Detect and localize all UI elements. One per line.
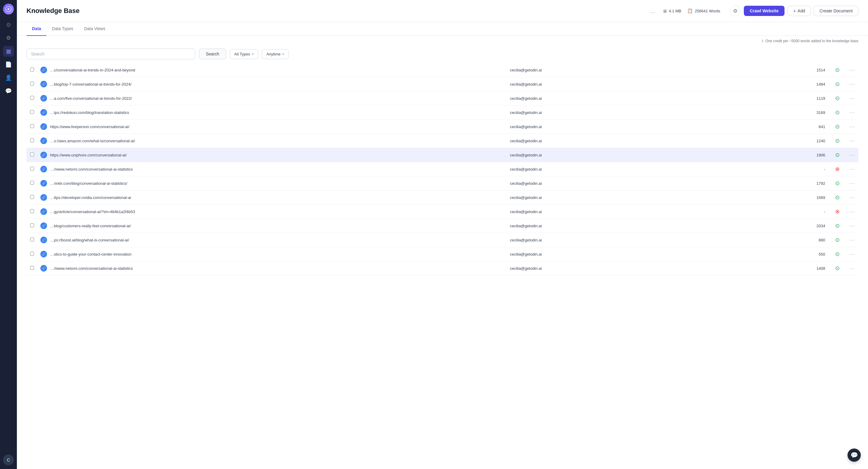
row-status-cell: ⊙ (828, 134, 846, 148)
status-ok-icon: ⊙ (835, 124, 840, 130)
search-button[interactable]: Search (199, 49, 226, 59)
row-checkbox[interactable] (30, 195, 34, 199)
row-email-cell: cecilia@getodin.ai (507, 63, 730, 77)
row-menu-button[interactable]: ··· (849, 138, 855, 144)
row-checkbox-cell (27, 63, 37, 77)
row-words-cell: 3169 (730, 105, 828, 120)
row-email-cell: cecilia@getodin.ai (507, 176, 730, 190)
row-menu-button[interactable]: ··· (849, 194, 855, 201)
sidebar-item-gear[interactable]: C (3, 455, 14, 465)
table-row: 🔗 …//www.netomi.com/conversational-ai-st… (27, 162, 858, 176)
add-label: Add (798, 8, 805, 13)
row-checkbox[interactable] (30, 167, 34, 170)
url-text: …blog/customers-really-feel-conversation… (50, 224, 131, 228)
row-words-cell: 880 (730, 233, 828, 247)
row-checkbox-cell (27, 190, 37, 205)
row-checkbox-cell (27, 247, 37, 261)
url-text: …//www.netomi.com/conversational-ai-stat… (50, 266, 133, 271)
row-menu-button[interactable]: ··· (849, 124, 855, 130)
row-email-cell: cecilia@getodin.ai (507, 233, 730, 247)
row-checkbox[interactable] (30, 82, 34, 86)
tab-data-types[interactable]: Data Types (46, 22, 79, 36)
row-menu-button[interactable]: ··· (849, 152, 855, 158)
row-menu-button[interactable]: ··· (849, 110, 855, 116)
table-row: 🔗 …a.com/five-conversational-ai-trends-f… (27, 91, 858, 105)
url-icon: 🔗 (40, 137, 47, 144)
row-url-cell: 🔗 …stics-to-guide-your-contact-center-in… (37, 247, 507, 261)
row-checkbox[interactable] (30, 223, 34, 227)
row-actions-cell: ··· (846, 91, 858, 105)
row-status-cell: ⊙ (828, 247, 846, 261)
tab-data[interactable]: Data (27, 22, 46, 36)
row-checkbox[interactable] (30, 153, 34, 156)
search-input[interactable] (27, 49, 195, 59)
row-menu-button[interactable]: ··· (849, 166, 855, 173)
row-checkbox[interactable] (30, 252, 34, 256)
row-checkbox[interactable] (30, 238, 34, 242)
row-words-cell: 1569 (730, 190, 828, 205)
row-status-cell: ⊙ (828, 91, 846, 105)
row-email-cell: cecilia@getodin.ai (507, 134, 730, 148)
chat-bubble[interactable]: 💬 (847, 448, 861, 462)
row-menu-button[interactable]: ··· (849, 81, 855, 87)
row-words-cell: 1792 (730, 176, 828, 190)
table-row: 🔗 …stics-to-guide-your-contact-center-in… (27, 247, 858, 261)
status-ok-icon: ⊙ (835, 67, 840, 73)
row-actions-cell: ··· (846, 233, 858, 247)
url-icon: 🔗 (40, 109, 47, 116)
row-menu-button[interactable]: ··· (849, 265, 855, 272)
status-ok-icon: ⊙ (835, 180, 840, 186)
row-checkbox[interactable] (30, 110, 34, 114)
plus-icon: + (793, 8, 796, 13)
row-checkbox[interactable] (30, 209, 34, 213)
url-icon: 🔗 (40, 222, 47, 229)
sidebar-item-home[interactable]: ⊙ (3, 19, 14, 30)
status-err-icon: ⊗ (835, 166, 840, 172)
status-ok-icon: ⊙ (835, 194, 840, 200)
row-menu-button[interactable]: ··· (849, 237, 855, 243)
row-url-cell: 🔗 …rinklr.com/blog/conversational-ai-sta… (37, 176, 507, 190)
row-words-cell: 1514 (730, 63, 828, 77)
row-actions-cell: ··· (846, 190, 858, 205)
table-row: 🔗 https://www.uniphore.com/conversationa… (27, 148, 858, 162)
sidebar-logo[interactable] (3, 4, 14, 14)
row-actions-cell: ··· (846, 219, 858, 233)
row-checkbox[interactable] (30, 181, 34, 185)
row-menu-button[interactable]: ··· (849, 95, 855, 101)
sidebar-item-settings[interactable]: ⚙ (3, 33, 14, 43)
sidebar-item-documents[interactable]: 📄 (3, 59, 14, 70)
more-options-icon[interactable]: ... (650, 7, 655, 14)
crawl-website-button[interactable]: Crawl Website (744, 6, 784, 16)
filter-anytime[interactable]: Anytime ▾ (262, 49, 289, 59)
row-checkbox[interactable] (30, 138, 34, 142)
row-checkbox[interactable] (30, 96, 34, 100)
create-document-button[interactable]: Create Document (814, 6, 858, 16)
sidebar-item-data[interactable]: ▦ (3, 46, 14, 57)
filter-all-types[interactable]: All Types ▾ (230, 49, 258, 59)
url-icon: 🔗 (40, 237, 47, 243)
row-menu-button[interactable]: ··· (849, 180, 855, 187)
row-checkbox[interactable] (30, 124, 34, 128)
row-actions-cell: ··· (846, 77, 858, 91)
sidebar: ⊙ ⚙ ▦ 📄 👤 💬 C (0, 0, 17, 469)
filter-all-types-label: All Types (234, 52, 250, 56)
row-email-cell: cecilia@getodin.ai (507, 148, 730, 162)
row-checkbox[interactable] (30, 266, 34, 270)
row-menu-button[interactable]: ··· (849, 67, 855, 73)
row-checkbox[interactable] (30, 67, 34, 71)
row-words-cell: - (730, 205, 828, 219)
table-row: 🔗 …s://aws.amazon.com/what-is/conversati… (27, 134, 858, 148)
row-menu-button[interactable]: ··· (849, 223, 855, 229)
sidebar-item-chat[interactable]: 💬 (3, 86, 14, 96)
sidebar-item-users[interactable]: 👤 (3, 72, 14, 83)
row-status-cell: ⊙ (828, 148, 846, 162)
add-button[interactable]: + Add (787, 6, 811, 16)
gear-button[interactable]: ⚙ (730, 5, 741, 16)
tabs-bar: Data Data Types Data Views (17, 22, 868, 36)
tab-data-views[interactable]: Data Views (79, 22, 111, 36)
row-menu-button[interactable]: ··· (849, 209, 855, 215)
url-icon: 🔗 (40, 265, 47, 272)
chevron-down-icon-2: ▾ (282, 52, 284, 56)
row-url-cell: 🔗 …s://aws.amazon.com/what-is/conversati… (37, 134, 507, 148)
row-menu-button[interactable]: ··· (849, 251, 855, 257)
